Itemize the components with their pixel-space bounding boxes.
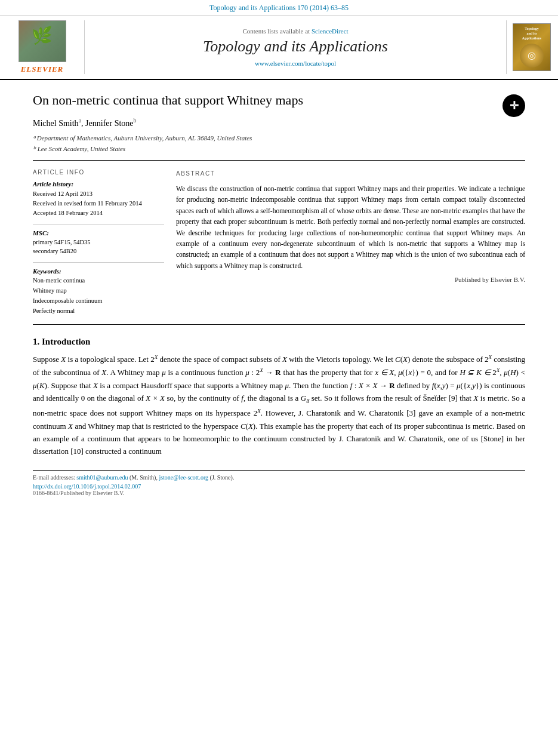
- abstract-header: abstract: [176, 169, 525, 179]
- accepted-date: Accepted 18 February 2014: [33, 208, 164, 218]
- math-mu-K: μ: [33, 381, 37, 390]
- article-info-header: article info: [33, 169, 164, 176]
- elsevier-tree-image: [19, 20, 66, 62]
- math-X-super-4: X: [497, 367, 500, 373]
- paper-header: ✛ On non-metric continua that support Wh…: [33, 80, 525, 161]
- abstract-column: abstract We discuss the construction of …: [176, 169, 525, 316]
- paper-title: On non-metric continua that support Whit…: [33, 92, 525, 109]
- math-xy: x,y: [437, 381, 446, 390]
- math-XX: X × X: [359, 381, 377, 390]
- journal-cover-image: Topologyand itsApplications ◎: [513, 23, 551, 71]
- journal-url-link[interactable]: www.elsevier.com/locate/topol: [255, 60, 336, 67]
- keyword-4: Perfectly normal: [33, 306, 164, 316]
- email-smith-author: (M. Smith),: [130, 474, 158, 481]
- keywords-title: Keywords:: [33, 268, 164, 275]
- math-CX: C: [395, 355, 400, 364]
- affiliations: ᵃ Department of Mathematics, Auburn Univ…: [33, 133, 525, 154]
- article-history: Article history: Received 12 April 2013 …: [33, 180, 164, 217]
- math-Gdelta: Gδ: [301, 394, 309, 402]
- journal-citation-bar: Topology and its Applications 170 (2014)…: [0, 0, 558, 16]
- math-X-6: X: [473, 394, 478, 402]
- email-label: E-mail addresses:: [33, 474, 75, 481]
- published-by: Published by Elsevier B.V.: [176, 275, 525, 285]
- math-f: f: [350, 381, 353, 390]
- article-info-column: article info Article history: Received 1…: [33, 169, 164, 316]
- math-mu-xy: μ: [457, 381, 461, 390]
- crossmark-section: ✛: [502, 94, 525, 117]
- journal-url[interactable]: www.elsevier.com/locate/topol: [255, 60, 336, 67]
- contents-available-line: Contents lists available at ScienceDirec…: [242, 27, 348, 35]
- author-michel-smith: Michel Smitha, Jennifer Stoneb: [33, 119, 137, 128]
- math-X-super-5: X: [257, 408, 261, 414]
- elsevier-brand-name: ELSEVIER: [21, 64, 64, 74]
- msc-primary: primary 54F15, 54D35: [33, 238, 164, 247]
- crossmark-icon: ✛: [502, 94, 525, 117]
- cover-decorative-image: ◎: [520, 44, 544, 67]
- journal-name: Topology and its Applications: [203, 37, 388, 56]
- math-mu-func: μ: [245, 368, 249, 377]
- msc-section: MSC: primary 54F15, 54D35 secondary 54B2…: [33, 224, 164, 257]
- journal-cover-section: Topologyand itsApplications ◎: [506, 20, 551, 74]
- math-f-2: f: [241, 394, 243, 402]
- math-delta: δ: [306, 397, 309, 404]
- keyword-2: Whitney map: [33, 286, 164, 296]
- email-addresses-line: E-mail addresses: smith01@auburn.edu (M.…: [33, 474, 525, 481]
- math-mu: μ: [162, 368, 166, 377]
- introduction-section: 1. Introduction Suppose X is a topologic…: [33, 337, 525, 458]
- math-mu-x: μ: [398, 368, 402, 377]
- msc-secondary: secondary 54B20: [33, 247, 164, 256]
- email-stone-link[interactable]: jstone@lee-scott.org: [159, 474, 208, 481]
- math-XX-2: X × X: [146, 394, 165, 402]
- math-X-5: X: [93, 381, 98, 390]
- intro-section-heading: Introduction: [42, 337, 90, 346]
- math-mu-2: μ: [285, 381, 289, 390]
- author-smith-sup: a: [79, 118, 81, 124]
- email-stone-author: (J. Stone).: [210, 474, 235, 481]
- math-X-8: X: [248, 422, 253, 431]
- math-HK: H ⊆ K ∈: [460, 368, 490, 377]
- intro-section-number: 1.: [33, 337, 39, 346]
- math-H: H: [510, 368, 516, 377]
- math-X: X: [61, 355, 66, 364]
- keywords-section: Keywords: Non-metric continua Whitney ma…: [33, 262, 164, 316]
- doi-link[interactable]: http://dx.doi.org/10.1016/j.topol.2014.0…: [33, 483, 141, 490]
- journal-citation-text: Topology and its Applications 170 (2014)…: [209, 4, 349, 12]
- elsevier-logo-section: ELSEVIER: [7, 20, 85, 74]
- math-x: x: [408, 368, 412, 377]
- contents-label: Contents lists available at: [242, 27, 310, 35]
- elsevier-logo: ELSEVIER: [19, 20, 66, 74]
- journal-title-section: Contents lists available at ScienceDirec…: [91, 20, 500, 74]
- msc-title: MSC:: [33, 229, 164, 236]
- math-X-2: X: [282, 355, 287, 364]
- math-X-3: X: [403, 355, 408, 364]
- math-xy-2: x,y: [467, 381, 476, 390]
- math-CX-2: C: [241, 422, 246, 431]
- doi-line: http://dx.doi.org/10.1016/j.topol.2014.0…: [33, 483, 525, 490]
- authors-line: Michel Smitha, Jennifer Stoneb: [33, 118, 525, 129]
- history-title: Article history:: [33, 180, 164, 188]
- math-R: R: [275, 368, 280, 377]
- math-xX: x ∈ X: [375, 368, 394, 377]
- math-X-super-3: X: [260, 367, 263, 373]
- keyword-1: Non-metric continua: [33, 276, 164, 286]
- article-info-abstract-section: article info Article history: Received 1…: [33, 169, 525, 325]
- keyword-3: Indecomposable continuum: [33, 296, 164, 306]
- author-stone-sup: b: [134, 118, 137, 124]
- math-mu-H: μ: [504, 368, 508, 377]
- abstract-text: We discuss the construction of non-metri…: [176, 183, 525, 271]
- received-date: Received 12 April 2013: [33, 189, 164, 199]
- math-fxy: f: [432, 381, 434, 390]
- sciencedirect-link[interactable]: ScienceDirect: [312, 27, 349, 35]
- email-smith-link[interactable]: smith01@auburn.edu: [76, 474, 128, 481]
- affiliation-a: ᵃ Department of Mathematics, Auburn Univ…: [33, 133, 525, 144]
- math-X-super: X: [155, 354, 158, 360]
- math-R-2: R: [389, 381, 394, 390]
- math-K: K: [39, 381, 45, 390]
- cover-title-text: Topologyand itsApplications: [522, 27, 541, 41]
- math-X-7: X: [68, 422, 73, 431]
- math-X-super-2: X: [489, 354, 492, 360]
- page-footer: E-mail addresses: smith01@auburn.edu (M.…: [33, 470, 525, 496]
- journal-header: ELSEVIER Contents lists available at Sci…: [0, 16, 558, 80]
- intro-paragraph-1: Suppose X is a topological space. Let 2X…: [33, 353, 525, 458]
- intro-section-title: 1. Introduction: [33, 337, 525, 347]
